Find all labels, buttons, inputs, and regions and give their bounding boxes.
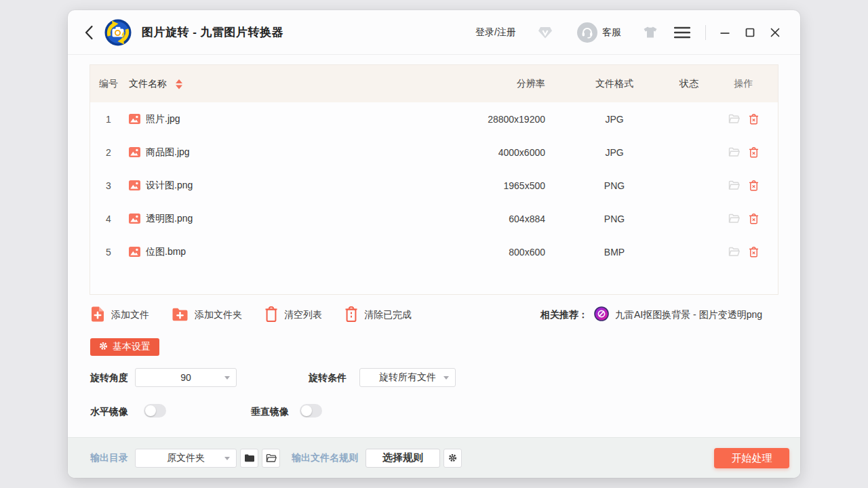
login-register-link[interactable]: 登录/注册 (475, 26, 516, 39)
add-folder-button[interactable]: 添加文件夹 (172, 307, 242, 324)
recommendation-app-icon[interactable] (594, 306, 609, 324)
row-filename-cell: 照片.jpg (127, 113, 437, 125)
gear-icon (448, 453, 457, 462)
open-folder-icon (266, 453, 277, 463)
sort-icon[interactable] (175, 79, 183, 89)
app-window: 图片旋转 - 九雷图片转换器 登录/注册 客服 (68, 10, 800, 478)
row-filename: 设计图.png (146, 180, 193, 192)
rotate-condition-value: 旋转所有文件 (379, 371, 436, 384)
row-filename: 照片.jpg (146, 113, 180, 125)
select-rule-button[interactable]: 选择规则 (366, 449, 440, 468)
clear-completed-icon (344, 306, 358, 325)
table-row[interactable]: 4 透明图.png 604x884 PNG (90, 202, 778, 235)
rotate-angle-value: 90 (180, 372, 191, 383)
row-resolution: 1965x500 (437, 180, 545, 191)
customer-service-label[interactable]: 客服 (602, 26, 621, 39)
header-resolution: 分辨率 (437, 78, 545, 90)
maximize-button[interactable] (744, 26, 756, 39)
add-file-label: 添加文件 (111, 309, 149, 321)
list-toolbar: 添加文件 添加文件夹 清空列表 清除已完成 相关推荐： (90, 304, 762, 326)
locate-file-folder-icon[interactable] (728, 214, 740, 224)
rotate-angle-label: 旋转角度 (90, 368, 128, 387)
row-filename-cell: 商品图.jpg (127, 146, 437, 159)
start-processing-button[interactable]: 开始处理 (714, 448, 789, 468)
delete-file-icon[interactable] (749, 180, 759, 191)
output-dir-select[interactable]: 原文件夹 (135, 449, 237, 468)
menu-icon[interactable] (674, 26, 690, 39)
header-filename: 文件名称 (129, 78, 167, 90)
back-chevron-icon (84, 24, 94, 41)
delete-file-icon[interactable] (749, 147, 759, 158)
start-processing-label: 开始处理 (732, 452, 772, 465)
table-header-row: 编号 文件名称 分辨率 文件格式 状态 操作 (90, 65, 778, 102)
row-format: PNG (560, 180, 669, 191)
chevron-down-icon (224, 457, 230, 460)
locate-file-folder-icon[interactable] (728, 114, 740, 124)
row-actions (709, 180, 778, 191)
vip-icon[interactable] (538, 26, 553, 39)
output-dir-label: 输出目录 (90, 452, 128, 464)
add-folder-icon (172, 307, 189, 324)
basic-settings-tab[interactable]: 基本设置 (90, 338, 159, 356)
image-file-icon (129, 214, 140, 224)
chevron-down-icon (224, 376, 230, 380)
delete-file-icon[interactable] (749, 214, 759, 224)
locate-file-folder-icon[interactable] (728, 247, 740, 257)
chevron-down-icon (443, 376, 449, 380)
add-folder-label: 添加文件夹 (195, 309, 242, 321)
locate-file-folder-icon[interactable] (728, 180, 740, 190)
rotate-condition-select[interactable]: 旋转所有文件 (359, 368, 456, 387)
set-folder-button[interactable] (240, 449, 258, 468)
row-format: JPG (560, 114, 669, 125)
row-resolution: 28800x19200 (437, 114, 545, 125)
rotation-settings-row: 旋转角度 90 旋转条件 旋转所有文件 (90, 368, 778, 387)
header-status: 状态 (669, 78, 709, 90)
header-action: 操作 (709, 78, 778, 90)
clear-completed-button[interactable]: 清除已完成 (344, 306, 412, 325)
row-actions (709, 147, 778, 158)
horizontal-mirror-label: 水平镜像 (90, 404, 128, 419)
delete-file-icon[interactable] (749, 114, 759, 125)
clear-list-label: 清空列表 (284, 309, 322, 321)
file-table: 编号 文件名称 分辨率 文件格式 状态 操作 1 照片.jpg 28800x19… (90, 64, 778, 295)
locate-file-folder-icon[interactable] (728, 147, 740, 157)
toggle-knob (301, 405, 312, 416)
back-button[interactable] (84, 24, 95, 41)
row-index: 4 (90, 214, 127, 224)
add-file-icon (90, 306, 105, 325)
row-actions (709, 114, 778, 125)
recommendation: 相关推荐： 九雷AI抠图换背景 - 图片变透明png (540, 306, 762, 324)
table-row[interactable]: 3 设计图.png 1965x500 PNG (90, 169, 778, 202)
minimize-button[interactable] (719, 26, 731, 39)
open-output-folder-button[interactable] (262, 449, 280, 468)
image-file-icon (129, 114, 140, 124)
row-actions (709, 247, 778, 258)
skin-theme-icon[interactable] (643, 26, 658, 39)
close-button[interactable] (769, 26, 781, 39)
app-logo-icon (104, 19, 132, 46)
recommendation-link[interactable]: 九雷AI抠图换背景 - 图片变透明png (615, 309, 762, 321)
row-resolution: 4000x6000 (437, 147, 545, 158)
add-file-button[interactable]: 添加文件 (90, 306, 149, 325)
vertical-mirror-toggle[interactable] (300, 404, 322, 418)
row-filename-cell: 透明图.png (127, 213, 437, 225)
titlebar-actions: 登录/注册 客服 (475, 22, 781, 43)
row-filename: 位图.bmp (146, 246, 186, 258)
table-row[interactable]: 1 照片.jpg 28800x19200 JPG (90, 102, 778, 136)
row-index: 1 (90, 114, 127, 125)
rotate-angle-select[interactable]: 90 (135, 368, 237, 387)
horizontal-mirror-toggle[interactable] (144, 404, 166, 418)
row-index: 5 (90, 247, 127, 258)
delete-file-icon[interactable] (749, 247, 759, 258)
table-row[interactable]: 2 商品图.jpg 4000x6000 JPG (90, 136, 778, 169)
clear-list-button[interactable]: 清空列表 (264, 306, 322, 325)
customer-service-avatar-icon[interactable] (577, 22, 597, 43)
rule-settings-button[interactable] (443, 449, 462, 468)
table-row[interactable]: 5 位图.bmp 800x600 BMP (90, 235, 778, 268)
image-file-icon (129, 147, 140, 157)
row-resolution: 604x884 (437, 214, 545, 224)
row-format: PNG (560, 214, 669, 224)
file-table-body: 1 照片.jpg 28800x19200 JPG 2 商品图.jpg 400 (90, 102, 778, 268)
clear-list-icon (264, 306, 278, 325)
select-rule-label: 选择规则 (382, 451, 423, 464)
